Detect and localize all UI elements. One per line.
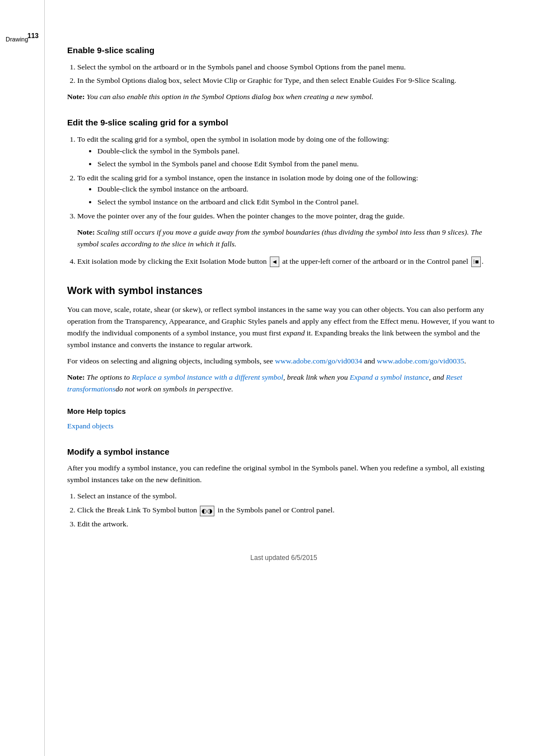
break-link-icon: ◐◑ bbox=[200, 506, 214, 516]
page-number: 113 bbox=[27, 31, 39, 41]
edit-note-3: Note: Scaling still occurs if you move a… bbox=[77, 227, 500, 250]
edit-step-1-bullet-1: Double-click the symbol in the Symbols p… bbox=[97, 146, 500, 157]
left-margin: Drawing 113 bbox=[0, 0, 45, 756]
edit-step-4: Exit isolation mode by clicking the Exit… bbox=[77, 256, 500, 268]
footer-text: Last updated 6/5/2015 bbox=[250, 554, 317, 562]
expand-symbol-link[interactable]: Expand a symbol instance bbox=[350, 373, 429, 381]
page: Drawing 113 Enable 9-slice scaling Selec… bbox=[0, 0, 534, 756]
enable-note: Note: You can also enable this option in… bbox=[67, 91, 500, 103]
work-body-1: You can move, scale, rotate, shear (or s… bbox=[67, 304, 500, 351]
vid0035-link[interactable]: www.adobe.com/go/vid0035 bbox=[377, 357, 464, 365]
control-panel-icon: ⁝■ bbox=[471, 256, 481, 267]
heading-work-with-symbol: Work with symbol instances bbox=[67, 283, 500, 298]
edit-step-3: Move the pointer over any of the four gu… bbox=[77, 211, 500, 222]
edit-step-1: To edit the scaling grid for a symbol, o… bbox=[77, 134, 500, 170]
page-footer: Last updated 6/5/2015 bbox=[67, 553, 500, 574]
edit-steps-list: To edit the scaling grid for a symbol, o… bbox=[77, 134, 500, 222]
expand-objects-link[interactable]: Expand objects bbox=[67, 422, 114, 430]
edit-step-2-bullets: Double-click the symbol instance on the … bbox=[97, 184, 500, 208]
modify-body-1: After you modify a symbol instance, you … bbox=[67, 463, 500, 486]
modify-steps-list: Select an instance of the symbol. Click … bbox=[77, 491, 500, 530]
enable-step-2: In the Symbol Options dialog box, select… bbox=[77, 75, 500, 87]
edit-step-2: To edit the scaling grid for a symbol in… bbox=[77, 172, 500, 209]
more-help-links: Expand objects bbox=[67, 421, 500, 432]
replace-symbol-link[interactable]: Replace a symbol instance with a differe… bbox=[132, 373, 284, 381]
work-body-2: For videos on selecting and aligning obj… bbox=[67, 356, 500, 367]
section-label: Drawing bbox=[6, 35, 28, 44]
work-note: Note: The options to Replace a symbol in… bbox=[67, 372, 500, 395]
modify-step-1: Select an instance of the symbol. bbox=[77, 491, 500, 502]
main-content: Enable 9-slice scaling Select the symbol… bbox=[45, 0, 534, 756]
edit-step-2-bullet-2: Select the symbol instance on the artboa… bbox=[97, 197, 500, 208]
heading-enable-9-slice: Enable 9-slice scaling bbox=[67, 44, 500, 57]
vid0034-link[interactable]: www.adobe.com/go/vid0034 bbox=[275, 357, 362, 365]
edit-step-2-bullet-1: Double-click the symbol instance on the … bbox=[97, 184, 500, 195]
edit-step-1-bullet-2: Select the symbol in the Symbols panel a… bbox=[97, 158, 500, 170]
heading-modify-symbol: Modify a symbol instance bbox=[67, 446, 500, 459]
more-help-heading: More Help topics bbox=[67, 406, 500, 417]
modify-step-2: Click the Break Link To Symbol button ◐◑… bbox=[77, 505, 500, 516]
modify-step-3: Edit the artwork. bbox=[77, 519, 500, 530]
enable-step-1: Select the symbol on the artboard or in … bbox=[77, 62, 500, 73]
heading-edit-9-slice: Edit the 9-slice scaling grid for a symb… bbox=[67, 116, 500, 129]
enable-steps-list: Select the symbol on the artboard or in … bbox=[77, 62, 500, 87]
edit-step-4-list: Exit isolation mode by clicking the Exit… bbox=[77, 256, 500, 268]
edit-step-1-bullets: Double-click the symbol in the Symbols p… bbox=[97, 146, 500, 170]
exit-isolation-icon: ◄ bbox=[270, 256, 279, 267]
